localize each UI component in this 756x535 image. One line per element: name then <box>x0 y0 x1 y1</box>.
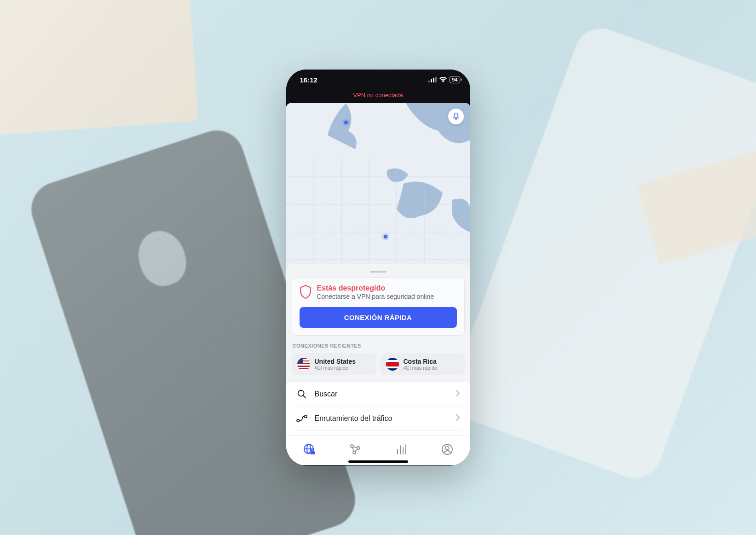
route-icon <box>296 414 307 423</box>
recent-connections-label: CONEXIONES RECIENTES <box>293 343 464 349</box>
svg-point-24 <box>445 446 449 450</box>
svg-rect-0 <box>428 81 430 82</box>
map-view[interactable] <box>286 103 470 269</box>
recent-connection-cr[interactable]: Costa Rica #El más rápido <box>381 353 465 375</box>
svg-rect-1 <box>431 79 432 82</box>
tab-profile[interactable] <box>437 439 457 459</box>
quick-connect-button[interactable]: CONEXIÓN RÁPIDA <box>300 307 457 328</box>
tab-meshnet[interactable] <box>345 439 365 459</box>
shield-icon <box>300 285 312 301</box>
globe-lock-icon <box>303 443 316 456</box>
recent-name: Costa Rica <box>404 358 437 365</box>
svg-line-18 <box>352 447 354 451</box>
wifi-icon <box>439 77 447 82</box>
battery-indicator: 94 <box>450 76 460 83</box>
protection-subtitle: Conectarse a VPN para seguridad online <box>317 293 434 300</box>
search-icon <box>296 389 307 399</box>
svg-rect-12 <box>311 451 315 454</box>
menu-item-routing[interactable]: Enrutamiento del tráfico <box>294 407 462 430</box>
vpn-status-banner: VPN no conectada <box>286 90 470 103</box>
cellular-icon <box>428 77 437 82</box>
home-indicator[interactable] <box>348 460 408 463</box>
vpn-status-text: VPN no conectada <box>353 92 403 99</box>
protection-card: Estás desprotegido Conectarse a VPN para… <box>292 277 465 336</box>
svg-line-6 <box>303 395 306 398</box>
recent-tag: #El más rápido <box>315 365 356 371</box>
tab-stats[interactable] <box>391 439 411 459</box>
protection-title: Estás desprotegido <box>317 284 434 292</box>
bottom-sheet: Estás desprotegido Conectarse a VPN para… <box>286 264 470 465</box>
flag-us-icon <box>297 358 310 371</box>
map-svg <box>286 103 470 269</box>
menu-item-search[interactable]: Buscar <box>294 382 462 407</box>
app-body: Estás desprotegido Conectarse a VPN para… <box>286 103 470 465</box>
recent-name: United States <box>315 358 356 365</box>
recent-tag: #El más rápido <box>404 365 437 371</box>
svg-rect-3 <box>435 77 437 82</box>
svg-point-8 <box>304 415 307 418</box>
menu-label: Buscar <box>315 390 448 398</box>
svg-point-7 <box>296 419 299 422</box>
menu-label: Enrutamiento del tráfico <box>315 414 448 423</box>
svg-line-17 <box>355 449 358 451</box>
chevron-right-icon <box>456 414 460 423</box>
recent-connection-us[interactable]: United States #El más rápido <box>292 353 376 375</box>
bell-icon <box>452 112 460 121</box>
status-time: 16:12 <box>300 76 317 84</box>
tab-home[interactable] <box>299 439 319 459</box>
recent-connections-row: United States #El más rápido Costa Rica … <box>292 353 465 375</box>
profile-icon <box>441 443 453 455</box>
notifications-button[interactable] <box>448 109 464 124</box>
flag-cr-icon <box>386 358 399 371</box>
stats-icon <box>396 444 407 455</box>
svg-line-16 <box>353 447 357 448</box>
status-bar: 16:12 94 <box>286 70 470 90</box>
chevron-right-icon <box>456 390 460 398</box>
svg-point-13 <box>351 445 353 448</box>
drag-handle[interactable] <box>370 271 387 273</box>
map-location-dot[interactable] <box>384 235 387 238</box>
battery-level: 94 <box>452 77 457 82</box>
status-indicators: 94 <box>428 76 460 83</box>
nodes-icon <box>349 443 361 455</box>
svg-rect-2 <box>433 78 434 82</box>
phone-frame: 16:12 94 VPN no conectada <box>286 70 470 465</box>
map-location-dot[interactable] <box>344 121 348 124</box>
